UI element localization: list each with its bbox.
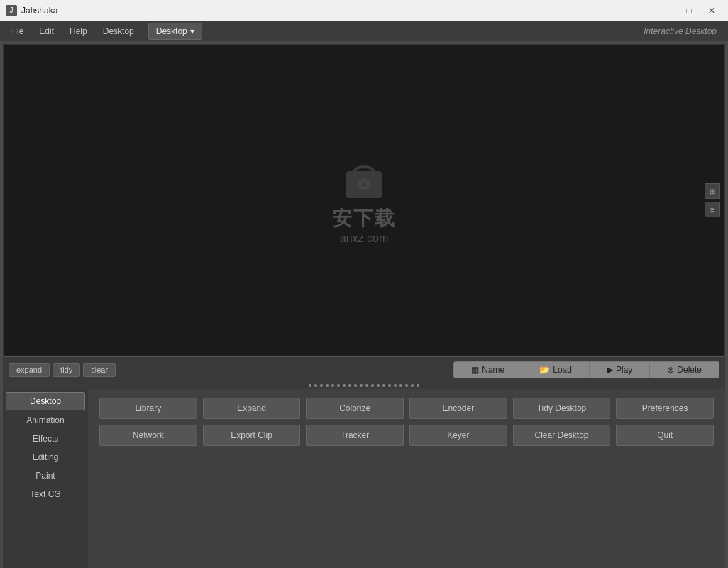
- dot: [360, 384, 363, 387]
- dot: [314, 384, 317, 387]
- sidebar-item-effects[interactable]: Effects: [6, 430, 85, 447]
- sidebar-item-paint[interactable]: Paint: [6, 467, 85, 484]
- tidy-desktop-button[interactable]: Tidy Desktop: [513, 398, 611, 419]
- dot: [371, 384, 374, 387]
- load-icon: 📂: [539, 365, 550, 375]
- maximize-button[interactable]: □: [678, 4, 700, 18]
- action-bar: ▦ Name 📂 Load ▶ Play ⊗ Delete: [453, 361, 719, 378]
- dots-separator: [3, 382, 725, 389]
- colorize-button[interactable]: Colorize: [306, 398, 404, 419]
- delete-button[interactable]: ⊗ Delete: [650, 362, 719, 378]
- load-button[interactable]: 📂 Load: [522, 362, 590, 378]
- dot: [343, 384, 346, 387]
- toolbar: expand tidy clear ▦ Name 📂 Load ▶ Play ⊗…: [3, 356, 725, 382]
- dot: [337, 384, 340, 387]
- name-icon: ▦: [471, 365, 479, 375]
- desktop-tab-label: Desktop: [156, 26, 187, 36]
- dot: [377, 384, 380, 387]
- dot: [417, 384, 419, 387]
- side-tools: ⊞ ≡: [705, 183, 720, 217]
- dot: [394, 384, 397, 387]
- left-sidebar: Desktop Animation Effects Editing Paint …: [3, 389, 88, 568]
- dot: [382, 384, 385, 387]
- window-controls: ─ □ ✕: [656, 4, 722, 18]
- play-icon: ▶: [607, 365, 613, 375]
- canvas-area: 安下载 anxz.com ⊞ ≡: [3, 44, 725, 356]
- sidebar-item-animation[interactable]: Animation: [6, 412, 85, 429]
- play-button[interactable]: ▶ Play: [590, 362, 650, 378]
- menu-bar: File Edit Help Desktop Desktop ▾ Interac…: [0, 21, 728, 41]
- title-bar: J Jahshaka ─ □ ✕: [0, 0, 728, 21]
- sidebar-item-text-cg[interactable]: Text CG: [6, 486, 85, 503]
- tracker-button[interactable]: Tracker: [306, 425, 404, 446]
- expand-button[interactable]: expand: [9, 363, 50, 377]
- tidy-button[interactable]: tidy: [53, 363, 80, 377]
- load-label: Load: [553, 365, 572, 375]
- minimize-button[interactable]: ─: [656, 4, 677, 18]
- app-title: Jahshaka: [21, 6, 57, 16]
- list-tool-button[interactable]: ≡: [705, 202, 720, 217]
- expand-content-button[interactable]: Expand: [203, 398, 301, 419]
- encoder-button[interactable]: Encoder: [409, 398, 507, 419]
- keyer-button[interactable]: Keyer: [409, 425, 507, 446]
- menu-desktop[interactable]: Desktop: [96, 23, 141, 39]
- desktop-tab[interactable]: Desktop ▾: [148, 23, 202, 40]
- sidebar-item-editing[interactable]: Editing: [6, 449, 85, 466]
- network-button[interactable]: Network: [99, 425, 197, 446]
- svg-rect-3: [361, 184, 367, 187]
- clear-button[interactable]: clear: [83, 363, 116, 377]
- watermark-sub: anxz.com: [340, 232, 388, 245]
- delete-icon: ⊗: [667, 365, 674, 375]
- dot: [320, 384, 323, 387]
- dot: [326, 384, 329, 387]
- delete-label: Delete: [677, 365, 702, 375]
- preferences-button[interactable]: Preferences: [616, 398, 714, 419]
- play-label: Play: [616, 365, 632, 375]
- dot: [365, 384, 368, 387]
- dot: [411, 384, 414, 387]
- library-button[interactable]: Library: [99, 398, 197, 419]
- bottom-panel: Desktop Animation Effects Editing Paint …: [3, 389, 725, 568]
- canvas-watermark: 安下载 anxz.com: [332, 155, 396, 245]
- dot: [309, 384, 311, 387]
- content-area: Library Expand Colorize Encoder Tidy Des…: [88, 389, 725, 568]
- grid-tool-button[interactable]: ⊞: [705, 183, 720, 199]
- close-button[interactable]: ✕: [701, 4, 722, 18]
- sidebar-item-desktop[interactable]: Desktop: [6, 392, 85, 410]
- dot: [331, 384, 334, 387]
- bag-icon: [339, 155, 389, 205]
- title-bar-left: J Jahshaka: [6, 5, 57, 16]
- export-clip-button[interactable]: Export Clip: [203, 425, 301, 446]
- watermark-text: 安下载: [332, 205, 396, 232]
- name-label: Name: [482, 365, 504, 375]
- dot: [354, 384, 357, 387]
- menu-edit[interactable]: Edit: [32, 23, 61, 39]
- menu-file[interactable]: File: [3, 23, 31, 39]
- name-button[interactable]: ▦ Name: [454, 362, 522, 378]
- dot: [399, 384, 402, 387]
- quit-button[interactable]: Quit: [616, 425, 714, 446]
- dot: [388, 384, 391, 387]
- clear-desktop-button[interactable]: Clear Desktop: [513, 425, 611, 446]
- interactive-desktop-label: Interactive Desktop: [644, 26, 725, 36]
- dot: [405, 384, 408, 387]
- dot: [348, 384, 351, 387]
- app-icon: J: [6, 5, 17, 16]
- menu-help[interactable]: Help: [62, 23, 94, 39]
- desktop-tab-arrow: ▾: [190, 26, 194, 36]
